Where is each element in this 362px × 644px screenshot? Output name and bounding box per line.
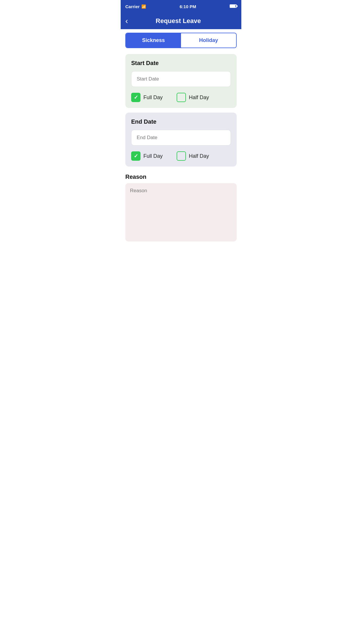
- end-full-day-label: Full Day: [143, 153, 163, 159]
- status-bar: Carrier 📶 6:10 PM: [121, 0, 241, 13]
- back-button[interactable]: ‹: [125, 17, 128, 25]
- end-date-title: End Date: [131, 118, 231, 125]
- reason-section: Reason: [121, 174, 241, 243]
- carrier-label: Carrier: [125, 4, 140, 9]
- end-date-options: ✓ Full Day Half Day: [131, 151, 231, 161]
- tab-holiday[interactable]: Holiday: [181, 33, 236, 48]
- wifi-icon: 📶: [141, 4, 146, 9]
- battery-icon: [230, 4, 237, 8]
- start-full-day-checkmark: ✓: [134, 95, 138, 100]
- end-date-input[interactable]: [131, 130, 231, 146]
- start-date-title: Start Date: [131, 60, 231, 66]
- tab-sickness-label: Sickness: [142, 37, 165, 43]
- end-half-day-checkbox[interactable]: [177, 151, 186, 161]
- end-date-card: End Date ✓ Full Day Half Day: [125, 113, 237, 167]
- tab-holiday-label: Holiday: [199, 37, 218, 43]
- status-time: 6:10 PM: [180, 4, 196, 9]
- start-half-day-checkbox[interactable]: [177, 93, 186, 102]
- start-date-input[interactable]: [131, 71, 231, 87]
- start-full-day-option[interactable]: ✓ Full Day: [131, 93, 163, 102]
- end-full-day-checkbox[interactable]: ✓: [131, 151, 140, 161]
- content-area: Start Date ✓ Full Day Half Day End Date …: [121, 52, 241, 174]
- end-half-day-label: Half Day: [189, 153, 209, 159]
- status-carrier: Carrier 📶: [125, 4, 146, 9]
- nav-bar: ‹ Request Leave: [121, 13, 241, 29]
- tab-switcher: Sickness Holiday: [125, 33, 237, 48]
- start-full-day-label: Full Day: [143, 94, 163, 101]
- end-full-day-checkmark: ✓: [134, 153, 138, 159]
- battery-container: [230, 4, 237, 9]
- start-date-card: Start Date ✓ Full Day Half Day: [125, 54, 237, 108]
- end-half-day-option[interactable]: Half Day: [177, 151, 209, 161]
- tab-sickness[interactable]: Sickness: [126, 33, 181, 48]
- start-full-day-checkbox[interactable]: ✓: [131, 93, 140, 102]
- start-half-day-label: Half Day: [189, 94, 209, 101]
- start-date-options: ✓ Full Day Half Day: [131, 93, 231, 102]
- start-half-day-option[interactable]: Half Day: [177, 93, 209, 102]
- reason-title: Reason: [125, 174, 237, 180]
- page-title: Request Leave: [130, 17, 226, 25]
- end-full-day-option[interactable]: ✓ Full Day: [131, 151, 163, 161]
- reason-input[interactable]: [125, 183, 237, 242]
